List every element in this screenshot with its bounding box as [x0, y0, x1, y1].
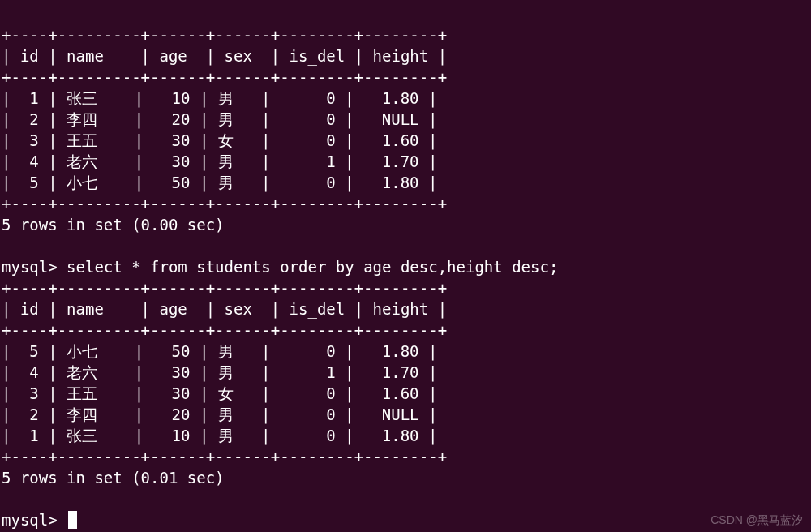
table2-row-2: | 4 | 老六 | 30 | 男 | 1 | 1.70 | — [2, 363, 437, 381]
table1-row-4: | 4 | 老六 | 30 | 男 | 1 | 1.70 | — [2, 152, 437, 170]
query-line: mysql> select * from students order by a… — [2, 258, 558, 276]
watermark-text: CSDN @黑马蓝汐 — [710, 509, 803, 530]
table2-row-1: | 5 | 小七 | 50 | 男 | 0 | 1.80 | — [2, 342, 437, 360]
table2-row-5: | 1 | 张三 | 10 | 男 | 0 | 1.80 | — [2, 427, 437, 444]
prompt-line[interactable]: mysql> — [2, 511, 77, 529]
table2-border-top: +----+---------+------+------+--------+-… — [2, 279, 447, 297]
sql-query: select * from students order by age desc… — [67, 258, 558, 276]
cursor-icon — [68, 511, 77, 529]
table2-row-4: | 2 | 李四 | 20 | 男 | 0 | NULL | — [2, 405, 437, 423]
mysql-prompt: mysql> — [2, 511, 67, 529]
table2-border-bot: +----+---------+------+------+--------+-… — [2, 448, 447, 466]
table2-header: | id | name | age | sex | is_del | heigh… — [2, 300, 447, 318]
table1-row-5: | 5 | 小七 | 50 | 男 | 0 | 1.80 | — [2, 174, 437, 191]
terminal-output: +----+---------+------+------+--------+-… — [0, 0, 811, 532]
table1-header: | id | name | age | sex | is_del | heigh… — [2, 47, 447, 65]
table1-row-1: | 1 | 张三 | 10 | 男 | 0 | 1.80 | — [2, 89, 437, 107]
table1-row-3: | 3 | 王五 | 30 | 女 | 0 | 1.60 | — [2, 131, 437, 149]
table2-border-mid: +----+---------+------+------+--------+-… — [2, 321, 447, 339]
mysql-prompt: mysql> — [2, 258, 67, 276]
table1-row-2: | 2 | 李四 | 20 | 男 | 0 | NULL | — [2, 110, 437, 128]
table1-border-top: +----+---------+------+------+--------+-… — [2, 26, 447, 44]
result2-status: 5 rows in set (0.01 sec) — [2, 469, 225, 487]
table2-row-3: | 3 | 王五 | 30 | 女 | 0 | 1.60 | — [2, 384, 437, 402]
result1-status: 5 rows in set (0.00 sec) — [2, 216, 225, 234]
table1-border-mid: +----+---------+------+------+--------+-… — [2, 68, 447, 86]
table1-border-bot: +----+---------+------+------+--------+-… — [2, 195, 447, 212]
